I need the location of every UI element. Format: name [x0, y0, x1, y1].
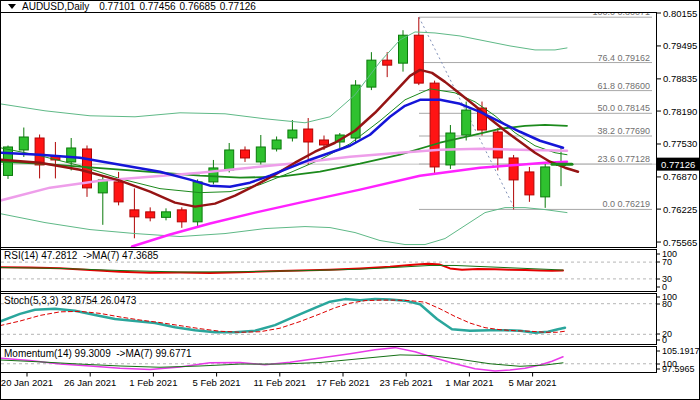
price-axis-label: 0.78835	[663, 73, 697, 84]
candle	[541, 163, 550, 208]
date-axis-label: 26 Jan 2021	[64, 377, 116, 388]
candle	[367, 52, 376, 90]
price-axis-label: 0.78190	[663, 106, 697, 117]
candle	[241, 146, 250, 161]
candle-body	[541, 167, 550, 197]
panel-border-0	[1, 13, 657, 248]
candle	[430, 81, 439, 175]
rsi-axis-label: 70	[662, 257, 672, 267]
date-axis-label: 23 Feb 2021	[380, 377, 433, 388]
candle	[193, 179, 202, 227]
candle-body	[225, 150, 234, 170]
candle-body	[383, 60, 392, 65]
stoch-axis-label: 0	[662, 335, 667, 345]
candle-body	[193, 182, 202, 222]
candle	[162, 208, 171, 220]
candle-body	[430, 83, 439, 167]
fib-level-label: 38.2 0.77690	[597, 126, 650, 136]
price-axis-label: 0.80155	[663, 8, 697, 19]
price-axis-label: 0.75565	[663, 237, 697, 248]
date-axis-label: 5 Feb 2021	[193, 377, 241, 388]
date-axis-label: 20 Jan 2021	[1, 377, 53, 388]
date-axis-label: 1 Mar 2021	[445, 377, 493, 388]
candle	[146, 207, 155, 221]
mt4-chart-window: AUDUSD,Daily0.771010.774560.766850.77126…	[0, 0, 700, 400]
candle	[414, 17, 423, 85]
candle-body	[177, 210, 186, 222]
rsi-legend: RSI(14) 47.2812 ->MA(7) 47.3685	[4, 250, 158, 261]
rsi-main-line	[0, 264, 563, 273]
price-axis-label: 0.76225	[663, 204, 697, 215]
candle-body	[19, 137, 28, 150]
momentum-axis-label: 97.5965	[662, 364, 695, 374]
fib-level-label: 23.6 0.77128	[597, 154, 650, 164]
current-price-badge-label: 0.77126	[661, 159, 695, 170]
candle	[177, 207, 186, 227]
candle-body	[399, 35, 408, 63]
candle-body	[114, 182, 123, 202]
momentum-legend: Momentum(14) 99.3009 ->MA(7) 99.6771	[4, 348, 192, 359]
candle-body	[162, 212, 171, 217]
candle-body	[509, 158, 518, 180]
candle-body	[493, 132, 502, 158]
price-axis-label: 0.79495	[663, 40, 697, 51]
candle-body	[462, 110, 471, 135]
candle	[98, 175, 107, 224]
momentum-axis-label: 105.1917	[662, 346, 700, 356]
candle-body	[35, 138, 44, 165]
candle	[272, 137, 281, 152]
candle	[288, 120, 297, 141]
candle-body	[272, 140, 281, 149]
rsi-axis-label: 0	[662, 282, 667, 292]
fib-level-label: 50.0 0.78145	[597, 103, 650, 113]
candle-body	[525, 172, 534, 195]
fib-level-label: 0.0 0.76219	[602, 199, 650, 209]
candle-body	[288, 130, 297, 138]
date-axis-label: 17 Feb 2021	[316, 377, 369, 388]
candle	[525, 167, 534, 202]
candle-body	[304, 129, 313, 142]
bollinger-lower-line	[0, 208, 567, 245]
candle-body	[414, 35, 423, 83]
fib-level-label: 61.8 0.78600	[597, 81, 650, 91]
candle	[446, 125, 455, 169]
date-axis-label: 11 Feb 2021	[253, 377, 306, 388]
window-border	[1, 1, 700, 400]
date-axis-label: 5 Mar 2021	[509, 377, 557, 388]
candle-body	[256, 147, 265, 162]
price-axis-label: 0.76870	[663, 171, 697, 182]
candle-body	[241, 150, 250, 158]
candle-body	[320, 140, 329, 145]
price-axis-label: 0.77530	[663, 138, 697, 149]
stoch-legend: Stoch(5,3,3) 32.8754 26.0473	[4, 295, 136, 306]
candle-body	[146, 212, 155, 218]
fib-level-label: 76.4 0.79162	[597, 53, 650, 63]
chart-canvas[interactable]: 100.0 0.8007176.4 0.7916261.8 0.7860050.…	[0, 0, 700, 400]
date-axis-label: 1 Feb 2021	[129, 377, 177, 388]
candle-body	[67, 148, 76, 162]
candle	[383, 52, 392, 77]
rsi-plot-group	[0, 262, 657, 279]
main-plot-group: 100.0 0.8007176.4 0.7916261.8 0.7860050.…	[0, 7, 657, 246]
candle	[225, 143, 234, 172]
stoch-axis-label: 80	[662, 299, 672, 309]
candle-body	[130, 210, 139, 217]
candle	[256, 135, 265, 164]
candle	[130, 188, 139, 238]
